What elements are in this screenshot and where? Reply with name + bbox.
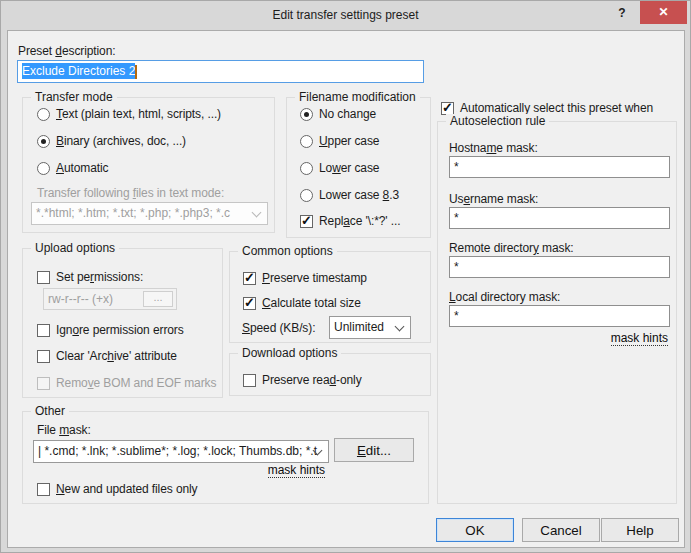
checkbox-preserve-readonly-label: Preserve read-only bbox=[262, 373, 362, 387]
selected-text: Exclude Directories 2 bbox=[22, 63, 135, 79]
radio-lower-case-83[interactable] bbox=[300, 189, 313, 202]
checkbox-ignore-permission-errors[interactable]: ✓ bbox=[37, 324, 50, 337]
transfer-mode-legend: Transfer mode bbox=[31, 90, 117, 104]
checkbox-preserve-readonly[interactable]: ✓ bbox=[243, 374, 256, 387]
radio-row-upper-case: Upper case bbox=[300, 133, 379, 149]
radio-transfer-automatic[interactable] bbox=[37, 162, 50, 175]
download-options-legend: Download options bbox=[238, 346, 341, 360]
radio-transfer-automatic-label: Automatic bbox=[56, 161, 108, 175]
checkbox-calculate-total-size-label: Calculate total size bbox=[262, 296, 361, 310]
username-mask-value: * bbox=[454, 211, 459, 225]
remote-directory-mask-label: Remote directory mask: bbox=[449, 241, 574, 255]
speed-label: Speed (KB/s): bbox=[242, 321, 315, 335]
radio-transfer-text-label: Text (plain text, html, scripts, ...) bbox=[56, 107, 221, 121]
checkbox-remove-bom-label: Remove BOM and EOF marks bbox=[56, 376, 216, 390]
checkbox-row-calculate-total-size: ✓ Calculate total size bbox=[243, 295, 361, 311]
permissions-value: rw-r--r-- (+x) bbox=[48, 292, 113, 306]
radio-upper-case-label: Upper case bbox=[319, 134, 379, 148]
preset-description-input[interactable]: Exclude Directories 2 bbox=[17, 60, 424, 83]
text-caret bbox=[135, 65, 137, 79]
permissions-input: rw-r--r-- (+x) ... bbox=[43, 288, 177, 310]
speed-value: Unlimited bbox=[334, 320, 384, 334]
radio-transfer-text[interactable] bbox=[37, 108, 50, 121]
checkbox-set-permissions[interactable]: ✓ bbox=[37, 271, 50, 284]
radio-row-lower-case-83: Lower case 8.3 bbox=[300, 187, 399, 203]
speed-combobox[interactable]: Unlimited bbox=[329, 316, 411, 339]
text-mode-files-combobox: *.*html; *.htm; *.txt; *.php; *.php3; *.… bbox=[31, 202, 268, 225]
cancel-button[interactable]: Cancel bbox=[522, 518, 600, 542]
autoselection-mask-hints-link[interactable]: mask hints bbox=[611, 332, 668, 346]
common-options-legend: Common options bbox=[238, 244, 337, 258]
checkbox-replace-chars[interactable]: ✓ bbox=[300, 215, 313, 228]
checkbox-set-permissions-label: Set permissions: bbox=[56, 270, 143, 284]
file-mask-label: File mask: bbox=[37, 423, 91, 437]
checkbox-row-preserve-timestamp: ✓ Preserve timestamp bbox=[243, 270, 367, 286]
checkmark-icon: ✓ bbox=[244, 270, 255, 286]
username-mask-label: Username mask: bbox=[449, 192, 538, 206]
radio-row-no-change: No change bbox=[300, 106, 376, 122]
local-directory-mask-value: * bbox=[454, 309, 459, 323]
text-mode-files-value: *.*html; *.htm; *.txt; *.php; *.php3; *.… bbox=[36, 206, 230, 220]
checkbox-row-set-permissions: ✓ Set permissions: bbox=[37, 269, 143, 285]
radio-upper-case[interactable] bbox=[300, 135, 313, 148]
help-button[interactable]: Help bbox=[601, 518, 679, 542]
hostname-mask-value: * bbox=[454, 160, 459, 174]
checkbox-new-updated-only-label: New and updated files only bbox=[56, 482, 198, 496]
upload-options-legend: Upload options bbox=[31, 241, 119, 255]
other-legend: Other bbox=[31, 404, 69, 418]
radio-transfer-binary-label: Binary (archives, doc, ...) bbox=[56, 134, 186, 148]
checkbox-remove-bom: ✓ bbox=[37, 377, 50, 390]
remote-directory-mask-input[interactable]: * bbox=[449, 256, 670, 278]
help-icon[interactable]: ? bbox=[612, 6, 632, 24]
checkbox-new-updated-only[interactable]: ✓ bbox=[37, 483, 50, 496]
checkbox-replace-chars-label: Replace '\:*?' ... bbox=[319, 214, 401, 228]
edit-file-mask-button[interactable]: Edit... bbox=[334, 438, 414, 462]
radio-row-automatic-mode: Automatic bbox=[37, 160, 108, 176]
checkbox-row-clear-archive: ✓ Clear 'Archive' attribute bbox=[37, 348, 177, 364]
close-button[interactable]: ✕ bbox=[640, 1, 687, 24]
checkmark-icon: ✓ bbox=[244, 295, 255, 311]
dialog-edit-transfer-settings-preset: Edit transfer settings preset ? ✕ Preset… bbox=[0, 0, 691, 553]
checkbox-autoselect-preset-label: Automatically select this preset when bbox=[460, 101, 653, 115]
checkbox-clear-archive-label: Clear 'Archive' attribute bbox=[56, 349, 177, 363]
chevron-down-icon bbox=[252, 208, 262, 218]
checkbox-preserve-timestamp[interactable]: ✓ bbox=[243, 272, 256, 285]
permissions-browse-button: ... bbox=[143, 291, 173, 307]
close-icon: ✕ bbox=[658, 5, 668, 19]
checkbox-row-new-updated: ✓ New and updated files only bbox=[37, 481, 198, 497]
checkbox-row-ignore-permission-errors: ✓ Ignore permission errors bbox=[37, 322, 184, 338]
filename-modification-legend: Filename modification bbox=[295, 90, 420, 104]
radio-row-binary-mode: Binary (archives, doc, ...) bbox=[37, 133, 186, 149]
file-mask-value: | *.cmd; *.lnk; *.sublime*; *.log; *.loc… bbox=[38, 444, 317, 458]
radio-lower-case-83-label: Lower case 8.3 bbox=[319, 188, 399, 202]
preset-description-label: Preset description: bbox=[18, 44, 116, 58]
radio-no-change[interactable] bbox=[300, 108, 313, 121]
local-directory-mask-label: Local directory mask: bbox=[449, 290, 560, 304]
radio-row-lower-case: Lower case bbox=[300, 160, 379, 176]
local-directory-mask-input[interactable]: * bbox=[449, 305, 670, 327]
chevron-down-icon bbox=[395, 322, 405, 332]
radio-lower-case[interactable] bbox=[300, 162, 313, 175]
radio-transfer-binary[interactable] bbox=[37, 135, 50, 148]
radio-no-change-label: No change bbox=[319, 107, 376, 121]
username-mask-input[interactable]: * bbox=[449, 207, 670, 229]
checkbox-calculate-total-size[interactable]: ✓ bbox=[243, 297, 256, 310]
hostname-mask-input[interactable]: * bbox=[449, 156, 670, 178]
checkbox-preserve-timestamp-label: Preserve timestamp bbox=[262, 271, 367, 285]
checkbox-autoselect-preset[interactable]: ✓ bbox=[441, 102, 454, 115]
radio-lower-case-label: Lower case bbox=[319, 161, 379, 175]
checkbox-row-preserve-readonly: ✓ Preserve read-only bbox=[243, 372, 362, 388]
file-mask-combobox[interactable]: | *.cmd; *.lnk; *.sublime*; *.log; *.loc… bbox=[33, 440, 329, 463]
remote-directory-mask-value: * bbox=[454, 260, 459, 274]
radio-row-text-mode: Text (plain text, html, scripts, ...) bbox=[37, 106, 221, 122]
checkbox-clear-archive[interactable]: ✓ bbox=[37, 350, 50, 363]
checkbox-row-replace: ✓ Replace '\:*?' ... bbox=[300, 213, 401, 229]
dialog-title: Edit transfer settings preset bbox=[1, 8, 690, 22]
ok-button[interactable]: OK bbox=[436, 518, 514, 542]
titlebar[interactable]: Edit transfer settings preset ? ✕ bbox=[1, 1, 690, 30]
autoselection-rule-legend: Autoselection rule bbox=[446, 114, 549, 128]
checkmark-icon: ✓ bbox=[301, 213, 312, 229]
checkbox-row-remove-bom: ✓ Remove BOM and EOF marks bbox=[37, 375, 216, 391]
other-mask-hints-link[interactable]: mask hints bbox=[268, 464, 325, 478]
text-mode-files-label: Transfer following files in text mode: bbox=[37, 186, 224, 200]
